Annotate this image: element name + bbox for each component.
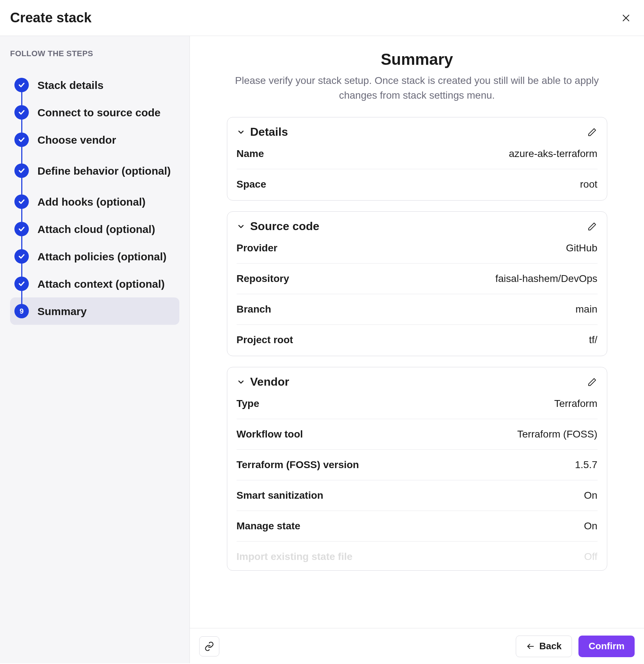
step-label: Add hooks (optional) (37, 195, 146, 209)
step-done-indicator (14, 249, 29, 264)
check-icon (18, 81, 26, 89)
step-done-indicator (14, 163, 29, 178)
step-done-indicator (14, 277, 29, 291)
page-header: Create stack (0, 0, 644, 36)
row-label: Manage state (237, 520, 300, 532)
step-add-hooks[interactable]: Add hooks (optional) (10, 188, 179, 215)
close-button[interactable] (621, 13, 631, 23)
source-row-repo: Repository faisal-hashem/DevOps (237, 264, 598, 294)
row-label: Provider (237, 242, 278, 254)
main-subtitle: Please verify your stack setup. Once sta… (227, 73, 607, 103)
row-value: GitHub (566, 242, 597, 254)
row-label: Type (237, 398, 259, 409)
close-icon (622, 14, 630, 22)
row-label: Branch (237, 304, 271, 315)
share-link-button[interactable] (199, 636, 219, 656)
step-done-indicator (14, 133, 29, 147)
step-label: Stack details (37, 78, 103, 92)
step-current-indicator: 9 (14, 304, 29, 318)
row-label: Name (237, 148, 264, 160)
step-label: Choose vendor (37, 133, 116, 147)
row-value: root (580, 179, 597, 190)
step-attach-context[interactable]: Attach context (optional) (10, 270, 179, 297)
card-collapse-toggle[interactable]: Vendor (237, 375, 289, 389)
vendor-row-state: Manage state On (237, 511, 598, 542)
step-connect-source[interactable]: Connect to source code (10, 99, 179, 126)
card-collapse-toggle[interactable]: Details (237, 125, 288, 139)
pencil-icon (587, 222, 597, 231)
step-summary[interactable]: 9 Summary (10, 297, 179, 325)
row-value: main (576, 304, 598, 315)
step-label: Define behavior (optional) (37, 164, 171, 178)
pencil-icon (587, 127, 597, 137)
step-label: Summary (37, 304, 87, 318)
confirm-button[interactable]: Confirm (578, 636, 635, 657)
body: FOLLOW THE STEPS Stack details Connect t… (0, 36, 644, 663)
row-value: Terraform (FOSS) (517, 429, 597, 440)
page-title: Create stack (10, 10, 91, 26)
card-details: Details Name azure-aks-terraform Space r… (227, 117, 607, 201)
row-value: azure-aks-terraform (509, 148, 598, 160)
vendor-row-import-partial: Import existing state file Off (237, 542, 598, 562)
pencil-icon (587, 377, 597, 387)
main-panel: Summary Please verify your stack setup. … (190, 36, 644, 663)
check-icon (18, 225, 26, 233)
check-icon (18, 252, 26, 260)
check-icon (18, 280, 26, 288)
chevron-down-icon (237, 378, 245, 386)
source-row-root: Project root tf/ (237, 325, 598, 348)
chevron-down-icon (237, 222, 245, 231)
detail-row-name: Name azure-aks-terraform (237, 139, 598, 169)
check-icon (18, 108, 26, 116)
check-icon (18, 136, 26, 144)
step-stack-details[interactable]: Stack details (10, 71, 179, 99)
card-vendor: Vendor Type Terraform Workflow tool Terr… (227, 367, 607, 571)
source-row-provider: Provider GitHub (237, 233, 598, 264)
detail-row-space: Space root (237, 169, 598, 192)
step-done-indicator (14, 222, 29, 236)
sidebar: FOLLOW THE STEPS Stack details Connect t… (0, 36, 190, 663)
row-value: Terraform (554, 398, 598, 409)
row-label: Smart sanitization (237, 490, 323, 501)
row-value: faisal-hashem/DevOps (495, 273, 597, 284)
row-label: Repository (237, 273, 289, 284)
step-choose-vendor[interactable]: Choose vendor (10, 126, 179, 153)
card-collapse-toggle[interactable]: Source code (237, 220, 319, 233)
source-row-branch: Branch main (237, 294, 598, 325)
step-label: Connect to source code (37, 106, 161, 120)
check-icon (18, 167, 26, 175)
chevron-down-icon (237, 128, 245, 136)
step-define-behavior[interactable]: Define behavior (optional) (10, 153, 179, 188)
step-label: Attach cloud (optional) (37, 222, 155, 236)
step-done-indicator (14, 78, 29, 92)
row-label: Import existing state file (237, 551, 353, 562)
card-title: Details (250, 125, 288, 139)
step-done-indicator (14, 194, 29, 209)
step-label: Attach context (optional) (37, 277, 165, 291)
footer: Back Confirm (190, 628, 644, 664)
back-button[interactable]: Back (516, 636, 572, 657)
step-attach-cloud[interactable]: Attach cloud (optional) (10, 215, 179, 243)
vendor-row-version: Terraform (FOSS) version 1.5.7 (237, 450, 598, 480)
row-value: 1.5.7 (575, 459, 597, 471)
card-source-code: Source code Provider GitHub Repository f… (227, 211, 607, 356)
row-value: On (584, 520, 597, 532)
sidebar-heading: FOLLOW THE STEPS (10, 49, 179, 58)
step-number: 9 (19, 307, 23, 315)
edit-details-button[interactable] (587, 127, 598, 138)
edit-source-button[interactable] (587, 221, 598, 232)
edit-vendor-button[interactable] (587, 377, 598, 387)
vendor-row-type: Type Terraform (237, 389, 598, 419)
check-icon (18, 198, 26, 206)
link-icon (204, 641, 214, 651)
step-label: Attach policies (optional) (37, 250, 166, 264)
row-value: tf/ (589, 334, 597, 346)
back-label: Back (539, 641, 562, 652)
steps-list: Stack details Connect to source code Cho… (10, 71, 179, 325)
confirm-label: Confirm (589, 641, 625, 652)
main-title: Summary (227, 50, 607, 68)
arrow-left-icon (526, 642, 535, 651)
step-attach-policies[interactable]: Attach policies (optional) (10, 243, 179, 270)
row-label: Terraform (FOSS) version (237, 459, 359, 471)
vendor-row-sanitization: Smart sanitization On (237, 480, 598, 511)
